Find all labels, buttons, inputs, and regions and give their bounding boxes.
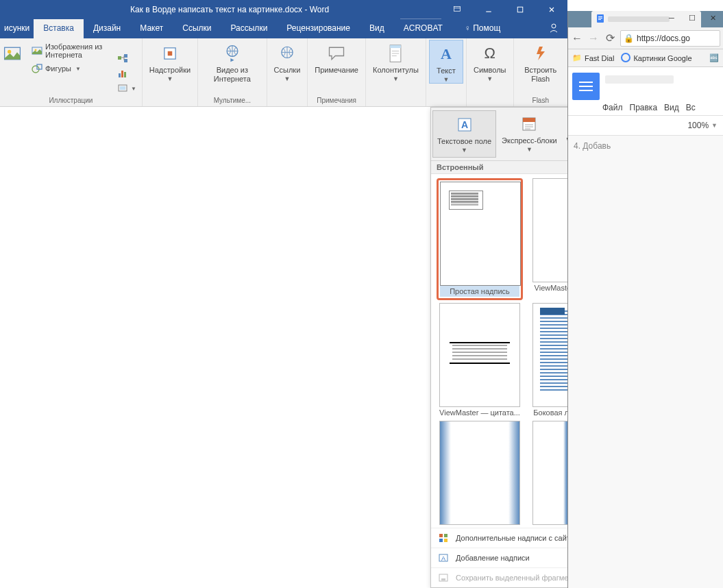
address-bar[interactable]: 🔒 https://docs.go xyxy=(620,30,720,47)
bookmark-google-images[interactable]: Картинки Google xyxy=(621,53,691,64)
textbox-button[interactable]: A Текстовое поле▼ xyxy=(432,110,496,158)
svg-rect-15 xyxy=(121,71,123,77)
smartart-icon xyxy=(117,53,128,64)
textbox-label: Текстовое поле xyxy=(437,137,491,146)
tell-me[interactable]: ♀ Помощ xyxy=(455,19,510,38)
gdocs-menu-edit[interactable]: Правка xyxy=(630,103,658,112)
quick-access-toolbar xyxy=(0,5,16,14)
shapes-label: Фигуры xyxy=(45,64,71,73)
gdocs-menu-file[interactable]: Файл xyxy=(602,103,623,112)
chrome-minimize-button[interactable]: ─ xyxy=(661,11,682,25)
omega-icon: Ω xyxy=(484,45,495,62)
account-area[interactable] xyxy=(400,0,441,19)
ribbon-tabs: исунки Вставка Дизайн Макет Ссылки Рассы… xyxy=(0,19,567,38)
chevron-down-icon: ▼ xyxy=(461,147,467,154)
bookmark-fastdial[interactable]: 📁Fast Dial xyxy=(572,53,614,62)
tab-view[interactable]: Вид xyxy=(360,19,394,38)
chevron-down-icon: ▼ xyxy=(131,86,136,92)
account-icon[interactable] xyxy=(548,23,559,36)
gallery-item[interactable]: ViewMaster — цитата... xyxy=(437,303,523,418)
svg-rect-2 xyxy=(454,7,461,12)
svg-rect-35 xyxy=(439,539,443,542)
chevron-down-icon: ▼ xyxy=(75,66,81,72)
gallery-thumbnail xyxy=(439,421,520,525)
symbols-button[interactable]: ΩСимволы▼ xyxy=(469,40,511,82)
comment-button[interactable]: Примечание xyxy=(310,40,363,75)
reload-button[interactable]: ⟳ xyxy=(604,32,616,45)
header-footer-button[interactable]: Колонтитулы▼ xyxy=(369,40,423,82)
gdocs-favicon xyxy=(596,14,605,25)
tab-title-placeholder xyxy=(608,16,670,22)
gallery-item-caption: ViewMaster — цитата... xyxy=(437,407,523,418)
tab-insert[interactable]: Вставка xyxy=(34,19,84,38)
gdocs-doc-title[interactable] xyxy=(605,73,719,88)
chrome-maximize-button[interactable]: ☐ xyxy=(682,11,702,25)
close-button[interactable] xyxy=(536,0,567,19)
gallery-item[interactable]: Боковая панель "Асп... xyxy=(437,421,523,528)
chrome-close-button[interactable]: ✕ xyxy=(702,11,723,25)
svg-rect-20 xyxy=(168,51,173,56)
bookmark-fastdial-label: Fast Dial xyxy=(585,54,614,62)
online-video-label: Видео из Интернета xyxy=(205,66,259,84)
links-label: Ссылки xyxy=(274,66,301,75)
svg-rect-43 xyxy=(598,18,602,19)
gallery-item[interactable]: Простая надпись xyxy=(437,178,523,300)
svg-rect-33 xyxy=(439,534,443,537)
tab-mailings[interactable]: Рассылки xyxy=(221,19,277,38)
shapes-icon xyxy=(32,63,42,74)
svg-rect-36 xyxy=(444,539,448,542)
chevron-down-icon: ▼ xyxy=(443,76,449,83)
translate-icon[interactable]: 🔤 xyxy=(709,53,719,62)
ribbon: Изображения из Интернета Фигуры▼ ▼ Иллюс… xyxy=(0,38,567,107)
svg-point-45 xyxy=(622,53,630,62)
svg-rect-42 xyxy=(598,16,602,17)
svg-rect-3 xyxy=(517,7,523,12)
online-video-button[interactable]: Видео из Интернета xyxy=(201,40,263,84)
chrome-window: ─ ☐ ✕ ← → ⟳ 🔒 https://docs.go 📁Fast Dial… xyxy=(567,11,723,588)
gallery-thumbnail xyxy=(439,303,520,407)
online-pictures-button[interactable]: Изображения из Интернета xyxy=(29,41,112,60)
tell-me-label: Помощ xyxy=(473,23,500,33)
tab-review[interactable]: Рецензирование xyxy=(277,19,360,38)
chevron-down-icon: ▼ xyxy=(487,75,493,82)
gallery-thumbnail xyxy=(440,182,521,286)
svg-rect-44 xyxy=(598,19,601,20)
online-pictures-icon xyxy=(32,45,42,56)
chevron-down-icon: ▼ xyxy=(284,75,290,82)
tab-drawing-partial[interactable]: исунки xyxy=(0,19,34,38)
ribbon-options-icon[interactable] xyxy=(441,0,473,19)
smartart-button[interactable] xyxy=(114,51,139,65)
tab-design[interactable]: Дизайн xyxy=(84,19,130,38)
group-illustrations-label: Иллюстрации xyxy=(3,95,139,106)
chrome-toolbar: ← → ⟳ 🔒 https://docs.go xyxy=(568,27,723,49)
svg-point-4 xyxy=(552,24,556,28)
gdocs-menu-view[interactable]: Вид xyxy=(664,103,679,112)
minimize-button[interactable] xyxy=(473,0,504,19)
gdocs-logo[interactable] xyxy=(572,73,600,100)
gdocs-body-text-fragment: 4. Добавь xyxy=(574,141,611,151)
tab-acrobat[interactable]: ACROBAT xyxy=(394,19,452,38)
quick-parts-button[interactable]: Экспресс-блоки▼ xyxy=(498,110,561,158)
screenshot-icon xyxy=(117,83,128,94)
chevron-down-icon: ▼ xyxy=(711,122,718,129)
shapes-button[interactable]: Фигуры▼ xyxy=(29,62,112,75)
gdocs-menu-insert[interactable]: Вс xyxy=(686,103,696,112)
group-media-label: Мультиме... xyxy=(201,95,263,106)
text-button[interactable]: AТекст▼ xyxy=(429,40,463,84)
embed-flash-button[interactable]: Встроить Flash xyxy=(517,40,565,84)
gdocs-canvas[interactable]: 4. Добавь xyxy=(568,136,723,588)
back-button[interactable]: ← xyxy=(571,32,583,45)
gdocs-menu-bar: Файл Правка Вид Вс xyxy=(602,100,723,115)
svg-text:A: A xyxy=(461,119,467,130)
pictures-button[interactable] xyxy=(3,40,26,64)
links-button[interactable]: Ссылки▼ xyxy=(270,40,305,82)
save-selection-icon xyxy=(438,572,449,583)
maximize-button[interactable] xyxy=(504,0,536,19)
tab-references[interactable]: Ссылки xyxy=(173,19,221,38)
tab-layout[interactable]: Макет xyxy=(130,19,173,38)
forward-button[interactable]: → xyxy=(587,32,600,45)
screenshot-button[interactable]: ▼ xyxy=(114,82,139,95)
addins-button[interactable]: Надстройки▼ xyxy=(145,40,195,82)
chart-button[interactable] xyxy=(114,66,139,80)
zoom-level[interactable]: 100% xyxy=(687,121,709,130)
